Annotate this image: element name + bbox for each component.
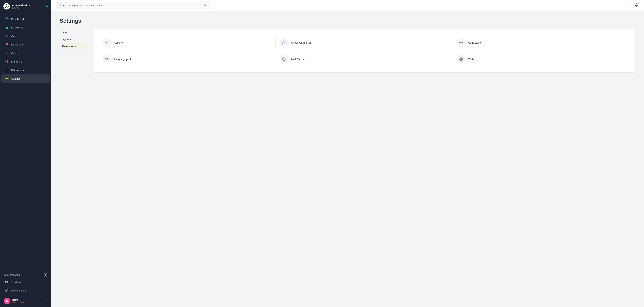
sidebar-item-label: Dashboard [11,17,24,20]
svg-line-45 [462,58,462,58]
add-sales-channel-button[interactable]: + [44,273,48,277]
sidebar-item-label: Customers [11,43,24,46]
page-title: Settings [60,18,636,24]
user-info: demo Administrator [12,299,44,304]
headless-icon [5,280,8,284]
sidebar-item-label: Settings [11,77,20,80]
user-menu[interactable]: D demo Administrator ∧ [0,295,51,307]
sidebar-item-label: Orders [11,34,19,37]
sidebar-item-label: Marketing [11,60,22,63]
sidebar-item-settings[interactable]: Settings [1,74,50,83]
svg-point-26 [106,41,108,42]
svg-rect-4 [6,26,7,27]
svg-rect-5 [7,26,8,27]
svg-point-30 [460,42,462,43]
adminer-label: Adminer [114,41,124,44]
collapse-label: Collapse menu [10,289,26,292]
dashboard-icon [5,17,9,21]
svg-rect-19 [7,70,8,71]
settings-nav-system[interactable]: System [60,36,87,42]
checkout-info-icon [280,38,288,47]
sidebar-item-catalogues[interactable]: Catalogues [1,23,50,31]
sales-channels-title: Sales Channels + [4,273,48,277]
adminer-icon [102,38,111,47]
tools-icon [456,55,466,63]
mail-catcher-icon [280,55,288,63]
topbar: All ▾ [51,0,644,11]
app-logo [4,3,10,9]
settings-layout: Shop System Extensions [60,29,636,73]
avatar: D [4,298,10,304]
customers-icon [5,43,9,46]
content-icon [5,51,9,55]
app-info: Administration 6.4.10.1 [12,4,44,9]
sidebar-item-headless[interactable]: Headless [1,278,50,286]
svg-line-43 [462,60,462,60]
settings-sidebar-nav: Shop System Extensions [60,29,87,73]
language-pack-label: Language pack [114,58,132,61]
extensions-icon [5,68,9,72]
tools-label: Tools [468,58,474,61]
collapse-menu-button[interactable]: Collapse menu [1,287,50,295]
sidebar-item-dashboard[interactable]: Dashboard [1,15,50,23]
svg-line-25 [206,5,207,6]
sidebar-item-marketing[interactable]: Marketing [1,57,50,66]
settings-nav-extensions[interactable]: Extensions [60,43,87,49]
sidebar-item-content[interactable]: Content [1,49,50,57]
svg-rect-16 [6,69,7,70]
extension-adminer[interactable]: Adminer [99,34,276,51]
code-editor-icon [456,38,466,47]
svg-rect-18 [6,70,7,71]
status-dot [46,5,48,7]
extensions-grid: Adminer Checkout Info Text [99,34,630,67]
svg-line-44 [460,60,460,60]
app-name: Administration [12,4,44,7]
checkout-info-label: Checkout Info Text [291,41,312,44]
language-pack-icon [102,55,111,63]
extension-language-pack[interactable]: Language pack [99,51,276,67]
sidebar: Administration 6.4.10.1 Dashboard [0,0,51,307]
search-input[interactable] [66,4,201,7]
collapse-icon [5,289,8,292]
extension-code-editor[interactable]: Code Editor [453,34,630,51]
marketing-icon [5,60,9,63]
search-filter-button[interactable]: All ▾ [56,2,66,9]
sidebar-item-label: Extensions [11,69,24,71]
svg-point-37 [460,59,462,60]
sidebar-item-label: Catalogues [11,26,24,29]
svg-point-2 [6,18,8,19]
svg-rect-6 [6,27,7,29]
extension-mail-catcher[interactable]: Mail Catcher [276,51,453,67]
chevron-down-icon: ▾ [62,4,64,7]
svg-point-28 [284,43,284,44]
svg-rect-17 [7,69,8,70]
svg-point-21 [7,282,8,283]
app-version: 6.4.10.1 [12,7,44,9]
search-bar: All ▾ [56,2,210,9]
search-filter-label: All [59,4,62,7]
code-editor-label: Code Editor [468,41,482,44]
user-menu-chevron-icon: ∧ [46,300,48,303]
extension-tools[interactable]: Tools [453,51,630,67]
svg-rect-15 [6,53,7,54]
svg-rect-7 [7,27,8,29]
user-name: demo [12,299,44,301]
svg-point-20 [6,78,8,79]
user-role: Administrator [12,301,44,304]
sidebar-item-orders[interactable]: Orders [1,32,50,40]
sidebar-item-extensions[interactable]: Extensions [1,66,50,74]
svg-rect-14 [6,53,8,53]
topbar-actions [635,3,639,8]
svg-line-42 [460,58,460,58]
settings-nav-shop[interactable]: Shop [60,29,87,35]
orders-icon [5,34,9,38]
notifications-button[interactable] [635,3,639,8]
headless-label: Headless [11,281,21,284]
settings-icon [5,77,9,80]
extension-checkout-info-text[interactable]: Checkout Info Text [276,34,453,51]
page-content: Settings Shop System Extensions [51,11,644,307]
sidebar-item-customers[interactable]: Customers [1,40,50,48]
notification-badge [638,2,640,4]
sales-channels-section: Sales Channels + [0,271,51,278]
search-submit-button[interactable] [201,3,210,7]
